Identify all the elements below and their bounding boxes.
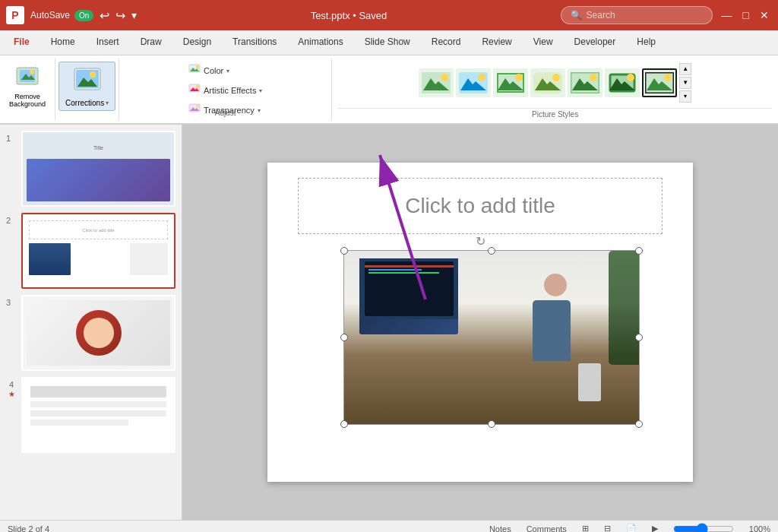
view-slide-sorter-icon[interactable]: ⊟ bbox=[604, 524, 611, 532]
tab-developer[interactable]: Developer bbox=[564, 30, 627, 55]
autosave-toggle[interactable]: On bbox=[74, 10, 93, 21]
tab-review[interactable]: Review bbox=[471, 30, 522, 55]
artistic-effects-label: Artistic Effects bbox=[204, 86, 256, 95]
tab-transitions[interactable]: Transitions bbox=[222, 30, 287, 55]
style-swatch-7[interactable] bbox=[642, 68, 677, 97]
tab-help[interactable]: Help bbox=[626, 30, 666, 55]
tab-design[interactable]: Design bbox=[172, 30, 222, 55]
remove-background-button[interactable]: RemoveBackground bbox=[3, 62, 52, 112]
autosave-area: AutoSave On bbox=[30, 10, 93, 21]
svg-point-10 bbox=[196, 65, 199, 68]
handle-tr[interactable] bbox=[635, 247, 643, 255]
view-slideshow-icon[interactable]: ▶ bbox=[652, 524, 658, 532]
undo-button[interactable]: ↩ bbox=[100, 8, 109, 23]
handle-ml[interactable] bbox=[340, 334, 348, 341]
slide-num-3: 3 bbox=[6, 298, 17, 307]
slide-thumb-1[interactable]: 1 Title bbox=[6, 131, 176, 207]
handle-br[interactable] bbox=[635, 420, 643, 428]
slide-thumb-4[interactable]: 4 ★ bbox=[6, 377, 176, 453]
tab-file[interactable]: File bbox=[3, 30, 40, 55]
quick-access-more[interactable]: ▾ bbox=[131, 9, 137, 21]
corrections-icon bbox=[71, 65, 103, 97]
corrections-items: Corrections ▾ bbox=[59, 59, 115, 120]
slide-thumb-3[interactable]: 3 bbox=[6, 295, 176, 371]
rotate-icon: ↻ bbox=[476, 234, 485, 249]
handle-bl[interactable] bbox=[340, 420, 348, 428]
slide-num-1: 1 bbox=[6, 134, 17, 143]
style-swatch-2[interactable] bbox=[456, 68, 491, 97]
notes-button[interactable]: Notes bbox=[489, 524, 511, 533]
maximize-button[interactable]: □ bbox=[740, 8, 752, 23]
slide-canvas: Click to add title ↻ bbox=[267, 163, 693, 482]
svg-point-7 bbox=[90, 71, 96, 78]
main-container: 1 Title 2 Click to add title bbox=[0, 125, 778, 520]
svg-point-34 bbox=[515, 74, 523, 81]
ribbon: File Home Insert Draw Design Transitions… bbox=[0, 30, 778, 125]
view-reading-icon[interactable]: 📄 bbox=[626, 524, 637, 532]
selected-image[interactable] bbox=[343, 250, 640, 425]
tab-insert[interactable]: Insert bbox=[86, 30, 130, 55]
adjust-group-label: Adjust bbox=[119, 107, 331, 119]
color-label: Color bbox=[204, 66, 223, 75]
slide-preview-3[interactable] bbox=[21, 295, 176, 371]
close-button[interactable]: ✕ bbox=[757, 8, 772, 23]
style-swatch-6[interactable] bbox=[605, 68, 640, 97]
corrections-button[interactable]: Corrections ▾ bbox=[59, 62, 115, 111]
handle-tl[interactable] bbox=[340, 247, 348, 255]
color-button[interactable]: Color ▾ bbox=[184, 62, 234, 80]
search-box[interactable]: 🔍 Search bbox=[561, 6, 713, 24]
tab-home[interactable]: Home bbox=[40, 30, 86, 55]
slide-preview-1[interactable]: Title bbox=[21, 131, 176, 207]
svg-point-37 bbox=[552, 74, 560, 81]
comments-button[interactable]: Comments bbox=[527, 524, 567, 533]
slide-title-placeholder[interactable]: Click to add title ↻ bbox=[298, 178, 663, 234]
app-logo: P bbox=[6, 6, 24, 24]
artistic-effects-dropdown-arrow: ▾ bbox=[259, 87, 262, 94]
slide-num-4: 4 ★ bbox=[6, 380, 17, 398]
zoom-level: 100% bbox=[749, 524, 770, 533]
svg-point-43 bbox=[627, 74, 634, 81]
autosave-label: AutoSave bbox=[30, 10, 70, 21]
tab-view[interactable]: View bbox=[523, 30, 564, 55]
corrections-label: Corrections ▾ bbox=[65, 99, 109, 107]
style-swatch-5[interactable] bbox=[568, 68, 602, 97]
scroll-more-button[interactable]: ▾ bbox=[679, 90, 691, 103]
view-normal-icon[interactable]: ⊞ bbox=[582, 524, 589, 532]
remove-bg-label: RemoveBackground bbox=[9, 93, 46, 109]
remove-bg-items: RemoveBackground bbox=[3, 59, 52, 120]
redo-button[interactable]: ↪ bbox=[115, 8, 125, 23]
ribbon-content: RemoveBackground Corr bbox=[0, 55, 778, 124]
slides-panel: 1 Title 2 Click to add title bbox=[0, 125, 182, 520]
artistic-effects-button[interactable]: Artistic Effects ▾ bbox=[184, 81, 267, 100]
zoom-slider[interactable] bbox=[673, 523, 734, 533]
filename-display: Test.pptx • Saved bbox=[143, 10, 554, 21]
title-bar: P AutoSave On ↩ ↪ ▾ Test.pptx • Saved 🔍 … bbox=[0, 0, 778, 30]
handle-tm[interactable] bbox=[488, 247, 495, 255]
svg-point-28 bbox=[441, 74, 448, 81]
tab-animations[interactable]: Animations bbox=[287, 30, 353, 55]
svg-point-3 bbox=[30, 70, 34, 74]
handle-bm[interactable] bbox=[488, 420, 495, 428]
svg-point-31 bbox=[478, 74, 485, 81]
tab-draw[interactable]: Draw bbox=[130, 30, 172, 55]
scroll-up-button[interactable]: ▲ bbox=[679, 63, 691, 75]
status-bar: Slide 2 of 4 Notes Comments ⊞ ⊟ 📄 ▶ 100% bbox=[0, 520, 778, 532]
handle-mr[interactable] bbox=[635, 334, 643, 341]
slide-preview-4[interactable] bbox=[21, 377, 176, 453]
style-scroll-arrows: ▲ ▼ ▾ bbox=[679, 63, 691, 103]
artistic-effects-icon bbox=[188, 84, 201, 97]
svg-point-40 bbox=[590, 74, 597, 81]
svg-point-13 bbox=[196, 85, 199, 88]
tab-record[interactable]: Record bbox=[421, 30, 472, 55]
style-swatch-1[interactable] bbox=[419, 68, 454, 97]
remove-bg-icon bbox=[14, 65, 41, 92]
window-controls: — □ ✕ bbox=[719, 8, 772, 23]
scroll-down-button[interactable]: ▼ bbox=[679, 77, 691, 89]
style-swatch-3[interactable] bbox=[493, 68, 528, 97]
tab-slideshow[interactable]: Slide Show bbox=[354, 30, 421, 55]
color-icon bbox=[188, 64, 201, 78]
style-swatch-4[interactable] bbox=[530, 68, 565, 97]
slide-thumb-2[interactable]: 2 Click to add title bbox=[6, 213, 176, 289]
minimize-button[interactable]: — bbox=[719, 8, 735, 23]
slide-preview-2[interactable]: Click to add title bbox=[21, 213, 176, 289]
